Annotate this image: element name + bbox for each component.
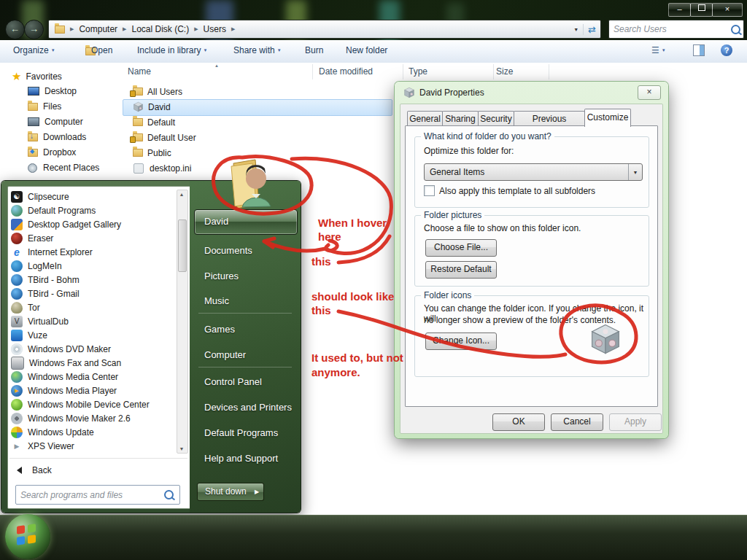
program-item-windows-movie-maker[interactable]: Windows Movie Maker 2.6 <box>11 411 176 425</box>
file-row-all-users[interactable]: All Users7/14/2009 12:53 AM <box>123 84 182 99</box>
annotation-text-this: this <box>311 254 331 268</box>
file-row-public[interactable]: Public7/14/2009 3:48 AM <box>123 145 171 160</box>
column-header-name[interactable]: Name <box>128 63 151 81</box>
program-item-tor[interactable]: Tor <box>11 300 176 314</box>
tab-sharing[interactable]: Sharing <box>442 111 479 126</box>
program-item-xps-viewer[interactable]: ▶XPS Viewer <box>11 439 176 453</box>
program-item-desktop-gadget-gallery[interactable]: Desktop Gadget Gallery <box>11 217 176 231</box>
user-account-tile[interactable] <box>216 156 289 214</box>
scrollbar[interactable]: ▲ ▼ <box>177 190 188 454</box>
place-default-programs[interactable]: Default Programs <box>204 427 278 438</box>
place-music[interactable]: Music <box>204 295 229 306</box>
search-box[interactable] <box>608 20 744 39</box>
start-button[interactable] <box>5 514 50 559</box>
burn-button[interactable]: Burn <box>305 45 323 55</box>
printer-icon <box>11 357 24 370</box>
place-pictures[interactable]: Pictures <box>204 271 239 281</box>
dialog-title-bar[interactable]: David Properties <box>403 87 484 98</box>
tab-customize[interactable]: Customize <box>584 109 631 127</box>
place-david[interactable]: David <box>204 216 228 227</box>
preview-pane-button[interactable] <box>693 44 705 58</box>
cancel-button[interactable]: Cancel <box>551 413 603 431</box>
sidebar-item-downloads[interactable]: ↓Downloads <box>28 132 86 142</box>
sidebar-item-desktop[interactable]: Desktop <box>28 86 77 96</box>
back-menu-item[interactable]: Back <box>11 462 186 478</box>
program-item-logmein[interactable]: LogMeIn <box>11 259 176 273</box>
sidebar-item-computer[interactable]: Computer <box>28 117 83 127</box>
start-menu: ☯Clipsecure Default Programs Desktop Gad… <box>1 181 301 513</box>
start-search-box[interactable] <box>15 485 180 505</box>
chevron-down-icon: ▼ <box>659 48 666 52</box>
choose-file-button[interactable]: Choose File... <box>425 239 497 257</box>
place-control-panel[interactable]: Control Panel <box>204 376 262 387</box>
sidebar-item-files[interactable]: Files <box>28 101 61 112</box>
breadcrumb[interactable]: ▶ Computer ▶ Local Disk (C:) ▶ Users ▶ ▼… <box>48 20 601 39</box>
customize-tab-page: What kind of folder do you want? Optimiz… <box>405 125 658 407</box>
file-row-desktop-ini[interactable]: desktop.ini7/14/2009 12:41 AM <box>123 160 191 176</box>
include-in-library-button[interactable]: Include in library▼ <box>137 45 207 55</box>
shut-down-button[interactable]: Shut down <box>197 483 255 501</box>
program-item-windows-fax-and-scan[interactable]: Windows Fax and Scan <box>11 356 176 370</box>
program-item-windows-update[interactable]: Windows Update <box>11 425 176 439</box>
start-search-input[interactable] <box>16 490 164 500</box>
scroll-down-icon[interactable]: ▼ <box>177 446 186 451</box>
program-item-clipsecure[interactable]: ☯Clipsecure <box>11 190 176 203</box>
ok-button[interactable]: OK <box>492 413 545 431</box>
program-item-vuze[interactable]: Vuze <box>11 328 176 342</box>
tab-general[interactable]: General <box>407 111 443 126</box>
search-input[interactable] <box>609 24 731 34</box>
program-item-tbird-bohm[interactable]: TBird - Bohm <box>11 273 176 287</box>
address-dropdown-icon[interactable]: ▼ <box>569 27 583 32</box>
program-item-windows-media-player[interactable]: ▶Windows Media Player <box>11 384 176 397</box>
program-item-virtualdub[interactable]: VVirtualDub <box>11 314 176 328</box>
help-button[interactable]: ? <box>721 44 732 56</box>
open-button[interactable]: Open <box>91 45 112 55</box>
back-button[interactable]: ← <box>5 20 25 39</box>
downloads-folder-icon: ↓ <box>28 133 38 141</box>
change-icon-button[interactable]: Change Icon... <box>425 332 497 350</box>
program-item-windows-media-center[interactable]: Windows Media Center <box>11 370 176 384</box>
refresh-icon[interactable]: ⇄ <box>583 24 600 35</box>
folder-icon <box>28 103 38 111</box>
close-button[interactable]: × <box>712 3 743 17</box>
sidebar-favorites[interactable]: ★Favorites <box>12 70 62 83</box>
sidebar-item-recent-places[interactable]: Recent Places <box>28 163 99 173</box>
program-item-internet-explorer[interactable]: eInternet Explorer <box>11 245 176 259</box>
new-folder-button[interactable]: New folder <box>346 45 387 55</box>
program-item-tbird-gmail[interactable]: TBird - Gmail <box>11 287 176 300</box>
sidebar-item-dropbox[interactable]: ◆Dropbox <box>28 147 76 158</box>
apply-template-checkbox[interactable] <box>424 185 435 196</box>
program-item-windows-mobile-device-center[interactable]: Windows Mobile Device Center <box>11 397 176 411</box>
dialog-close-button[interactable]: × <box>638 85 661 100</box>
file-row-default[interactable]: Default7/14/2009 3:18 AM <box>123 114 175 130</box>
share-with-button[interactable]: Share with▼ <box>233 45 282 55</box>
place-documents[interactable]: Documents <box>204 245 252 256</box>
minimize-button[interactable]: – <box>668 3 691 17</box>
scrollbar-thumb[interactable] <box>178 219 187 272</box>
breadcrumb-computer[interactable]: Computer <box>74 24 122 34</box>
breadcrumb-users[interactable]: Users <box>199 24 231 34</box>
program-item-default-programs[interactable]: Default Programs <box>11 203 176 217</box>
column-header-size[interactable]: Size <box>496 63 513 81</box>
scroll-up-icon[interactable]: ▲ <box>177 192 186 197</box>
program-item-windows-dvd-maker[interactable]: Windows DVD Maker <box>11 342 176 356</box>
column-header-date-modified[interactable]: Date modified <box>319 63 373 81</box>
file-row-default-user[interactable]: Default User7/14/2009 12:53 AM <box>123 130 196 145</box>
views-button[interactable]: ☰▼ <box>651 45 666 55</box>
shut-down-options-button[interactable]: ▶ <box>250 483 264 501</box>
breadcrumb-local-disk[interactable]: Local Disk (C:) <box>127 24 193 34</box>
tab-previous-versions[interactable]: Previous Versions <box>514 111 585 126</box>
optimize-for-dropdown[interactable]: General Items ▼ <box>424 163 643 181</box>
column-header-type[interactable]: Type <box>409 63 427 81</box>
organize-button[interactable]: Organize▼ <box>13 45 55 55</box>
place-games[interactable]: Games <box>204 324 235 335</box>
tab-security[interactable]: Security <box>478 111 514 126</box>
forward-button[interactable]: → <box>24 20 44 39</box>
place-computer[interactable]: Computer <box>204 349 246 360</box>
file-row-david[interactable]: David10/29/2011 10:32 ... <box>123 99 171 114</box>
maximize-button[interactable] <box>690 3 713 17</box>
place-help-and-support[interactable]: Help and Support <box>204 453 278 464</box>
program-item-eraser[interactable]: Eraser <box>11 231 176 245</box>
restore-default-button[interactable]: Restore Default <box>425 261 497 279</box>
place-devices-and-printers[interactable]: Devices and Printers <box>204 402 292 413</box>
